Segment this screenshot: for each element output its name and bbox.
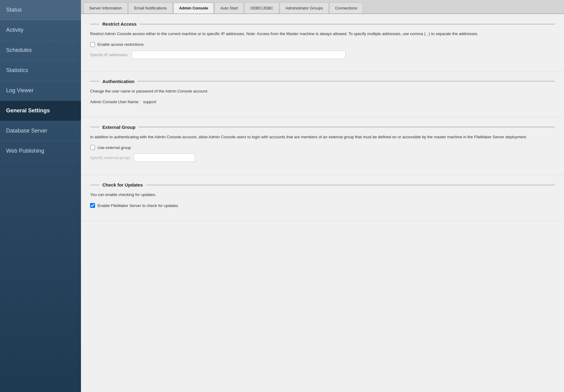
sidebar-item-activity[interactable]: Activity xyxy=(0,20,81,40)
updates-header-line-right xyxy=(146,185,555,185)
sidebar-item-log-viewer[interactable]: Log Viewer xyxy=(0,81,81,101)
enable-updates-row: Enable FileMaker Server to check for upd… xyxy=(90,203,555,208)
authentication-section: Authentication Change the user name or p… xyxy=(81,71,564,117)
content-area: Restrict Access Restrict Admin Console a… xyxy=(81,14,564,392)
sidebar: StatusActivitySchedulesStatisticsLog Vie… xyxy=(0,0,81,392)
header-line-left xyxy=(90,24,99,24)
tab-admin-console[interactable]: Admin Console xyxy=(173,2,214,13)
sidebar-item-schedules[interactable]: Schedules xyxy=(0,40,81,60)
authentication-title: Authentication xyxy=(102,79,134,84)
external-group-header: External Group xyxy=(90,125,555,130)
check-updates-desc: You can enable checking for updates. xyxy=(90,192,555,198)
ip-input[interactable] xyxy=(132,51,346,59)
ext-header-line-right xyxy=(138,127,555,127)
sidebar-item-database-server[interactable]: Database Server xyxy=(0,121,81,141)
use-external-group-label[interactable]: Use external group xyxy=(97,145,131,150)
header-line-right xyxy=(140,24,555,24)
enable-access-label[interactable]: Enable access restrictions xyxy=(97,42,144,47)
tab-bar: Server InformationEmail NotificationsAdm… xyxy=(81,0,564,14)
restrict-access-desc: Restrict Admin Console access either to … xyxy=(90,31,555,37)
enable-updates-label[interactable]: Enable FileMaker Server to check for upd… xyxy=(97,203,178,208)
ip-addresses-row: Specify IP addresses: xyxy=(90,51,555,59)
ext-header-line-left xyxy=(90,127,99,127)
restrict-access-title: Restrict Access xyxy=(102,21,137,27)
restrict-access-section: Restrict Access Restrict Admin Console a… xyxy=(81,14,564,71)
external-group-field-row: Specify external group: xyxy=(90,154,555,162)
auth-header-line-right xyxy=(137,81,555,82)
username-value: support xyxy=(143,100,156,104)
username-label: Admin Console User Name: xyxy=(90,100,139,104)
tab-email-notifications[interactable]: Email Notifications xyxy=(128,2,173,13)
tab-auto-start[interactable]: Auto Start xyxy=(214,2,244,13)
authentication-desc: Change the user name or password of the … xyxy=(90,88,555,95)
sidebar-item-statistics[interactable]: Statistics xyxy=(0,60,81,81)
tab-odbc-jdbc[interactable]: ODBC/JDBC xyxy=(244,2,279,13)
external-group-title: External Group xyxy=(102,125,135,130)
enable-updates-checkbox[interactable] xyxy=(90,203,95,208)
external-group-section: External Group In addition to authentica… xyxy=(81,117,564,175)
main-area: Server InformationEmail NotificationsAdm… xyxy=(81,0,564,392)
check-updates-header: Check for Updates xyxy=(90,182,555,187)
external-group-desc: In addition to authenticating with the A… xyxy=(90,134,555,140)
ip-label: Specify IP addresses: xyxy=(90,53,129,57)
check-updates-section: Check for Updates You can enable checkin… xyxy=(81,175,564,221)
restrict-access-header: Restrict Access xyxy=(90,21,555,27)
auth-header-line-left xyxy=(90,81,99,82)
enable-access-row: Enable access restrictions xyxy=(90,42,555,47)
enable-access-checkbox[interactable] xyxy=(90,42,95,47)
sidebar-item-web-publishing[interactable]: Web Publishing xyxy=(0,141,81,161)
check-updates-title: Check for Updates xyxy=(102,182,143,187)
use-external-group-row: Use external group xyxy=(90,145,555,150)
tab-server-information[interactable]: Server Information xyxy=(83,2,128,13)
tab-connections[interactable]: Connections xyxy=(329,2,363,13)
use-external-group-checkbox[interactable] xyxy=(90,145,95,150)
updates-header-line-left xyxy=(90,185,99,185)
authentication-header: Authentication xyxy=(90,79,555,84)
username-row: Admin Console User Name: support xyxy=(90,100,555,104)
sidebar-item-status[interactable]: Status xyxy=(0,0,81,20)
external-group-input[interactable] xyxy=(134,154,195,162)
external-group-field-label: Specify external group: xyxy=(90,155,131,160)
sidebar-item-general-settings[interactable]: General Settings xyxy=(0,101,81,121)
tab-administrator-groups[interactable]: Administrator Groups xyxy=(280,2,329,13)
